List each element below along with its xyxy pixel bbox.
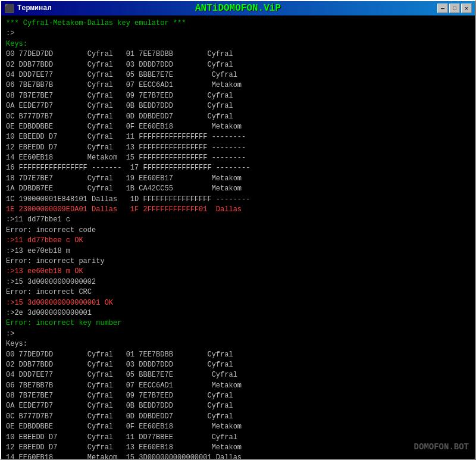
terminal-prompt-3: Error: incorrect code xyxy=(6,226,470,236)
terminal-line-k13: 14 EE60EB18 Metakom 15 3D000000000000001… xyxy=(6,453,470,459)
terminal-line-14: 14 EE60EB18 Metakom 15 FFFFFFFFFFFFFFFF … xyxy=(6,153,470,163)
terminal-line-11: 0E EDBDDBBE Cyfral 0F EE60EB18 Metakom xyxy=(6,122,470,132)
terminal-line-17: 1A DDBDB7EE Cyfral 1B CA42CC55 Metakom xyxy=(6,184,470,194)
terminal-line-k3: 00 77DED7DD Cyfral 01 7EE7BDBB Cyfral xyxy=(6,350,470,360)
terminal-line-k12: 12 EBEEDD D7 Cyfral 13 EE60EB18 Metakom xyxy=(6,443,470,453)
terminal-prompt-1: 1C 190000001E848101 Dallas 1D FFFFFFFFFF… xyxy=(6,195,470,205)
terminal-line-0: *** Cyfral-Metakom-Dallas key emulator *… xyxy=(6,18,470,29)
terminal-line-k2: Keys: xyxy=(6,339,470,349)
terminal-line-9: 0A EEDE77D7 Cyfral 0B BEDD7DDD Cyfral xyxy=(6,101,470,111)
terminal-prompt-8: :>2e 3d0000000000001 xyxy=(6,308,470,318)
terminal-line-10: 0C B777D7B7 Cyfral 0D DDBDEDD7 Cyfral xyxy=(6,112,470,122)
terminal-line-7: 06 7BE7BB7B Cyfral 07 EECC6AD1 Metakom xyxy=(6,80,470,90)
terminal-error-1: 1E 23000000009EDA01 Dallas 1F 2FFFFFFFFF… xyxy=(6,205,470,215)
window-title: Терминал xyxy=(17,4,52,12)
terminal-prompt-2: :>11 dd77bbe1 c xyxy=(6,215,470,225)
title-bar: ⬛ Терминал ANTiDOMOFON.ViP — □ ✕ xyxy=(1,1,475,15)
terminal-prompt-5: Error: incorrect parity xyxy=(6,256,470,267)
terminal-line-8: 08 7B7E7BE7 Cyfral 09 7E7B7EED Cyfral xyxy=(6,91,470,101)
terminal-line-k4: 02 DDB77BDD Cyfral 03 DDDD7DDD Cyfral xyxy=(6,360,470,370)
terminal-line-3: Keys: xyxy=(6,39,470,49)
terminal-line-k11: 10 EBEEDD D7 Cyfral 11 DD77BBEE Cyfral xyxy=(6,433,470,443)
terminal-icon: ⬛ xyxy=(4,4,14,14)
terminal-line-k8: 0A EEDE77D7 Cyfral 0B BEDD7DDD Cyfral xyxy=(6,401,470,411)
terminal-line-16: 18 7D7E7BE7 Cyfral 19 EE60EB17 Metakom xyxy=(6,174,470,184)
minimize-button[interactable]: — xyxy=(437,4,448,13)
watermark: DOMOFON.BOT xyxy=(414,441,469,453)
terminal-line-2: :> xyxy=(6,29,470,39)
terminal-keys-2: Error: incorrect key number xyxy=(6,318,470,328)
terminal-line-k1: :> xyxy=(6,329,470,339)
terminal-content: *** Cyfral-Metakom-Dallas key emulator *… xyxy=(1,15,475,459)
terminal-line-k7: 08 7B7E7BE7 Cyfral 09 7E7B7EED Cyfral xyxy=(6,391,470,401)
terminal-prompt-4: :>13 ee70eb18 m xyxy=(6,246,470,256)
title-buttons: — □ ✕ xyxy=(437,4,472,13)
terminal-prompt-7: Error: incorrect CRC xyxy=(6,287,470,298)
terminal-line-6: 04 DDD7EE77 Cyfral 05 BBBE7E7E Cyfral xyxy=(6,70,470,80)
terminal-line-k6: 06 7BE7BB7B Cyfral 07 EECC6AD1 Metakom xyxy=(6,381,470,391)
terminal-line-k10: 0E EDBDDBBE Cyfral 0F EE60EB18 Metakom xyxy=(6,422,470,432)
terminal-line-k9: 0C B777D7B7 Cyfral 0D DDBDEDD7 Cyfral xyxy=(6,412,470,422)
title-bar-left: ⬛ Терминал xyxy=(4,4,52,14)
close-button[interactable]: ✕ xyxy=(461,4,472,13)
terminal-line-5: 02 DDB77BDD Cyfral 03 DDDD7DDD Cyfral xyxy=(6,60,470,70)
maximize-button[interactable]: □ xyxy=(449,4,460,13)
brand-title: ANTiDOMOFON.ViP xyxy=(195,3,281,14)
terminal-prompt-6: :>15 3d00000000000002 xyxy=(6,277,470,287)
terminal-line-13: 12 EBEEDD D7 Cyfral 13 FFFFFFFFFFFFFFFF … xyxy=(6,143,470,153)
window: ⬛ Терминал ANTiDOMOFON.ViP — □ ✕ *** Cyf… xyxy=(0,0,476,460)
terminal-line-4: 00 77DED7DD Cyfral 01 7EE7BDBB Cyfral xyxy=(6,49,470,60)
terminal-line-k5: 04 DDD7EE77 Cyfral 05 BBBE7E7E Cyfral xyxy=(6,370,470,380)
terminal-error-3: :>13 ee60eb18 m OK xyxy=(6,267,470,277)
terminal-error-4: :>15 3d000000000000001 OK xyxy=(6,298,470,308)
terminal-line-12: 10 EBEEDD D7 Cyfral 11 FFFFFFFFFFFFFFFF … xyxy=(6,132,470,142)
terminal-line-15: 16 FFFFFFFFFFFFFFFF ------- 17 FFFFFFFFF… xyxy=(6,163,470,173)
terminal-error-2: :>11 dd77bbee c OK xyxy=(6,236,470,246)
